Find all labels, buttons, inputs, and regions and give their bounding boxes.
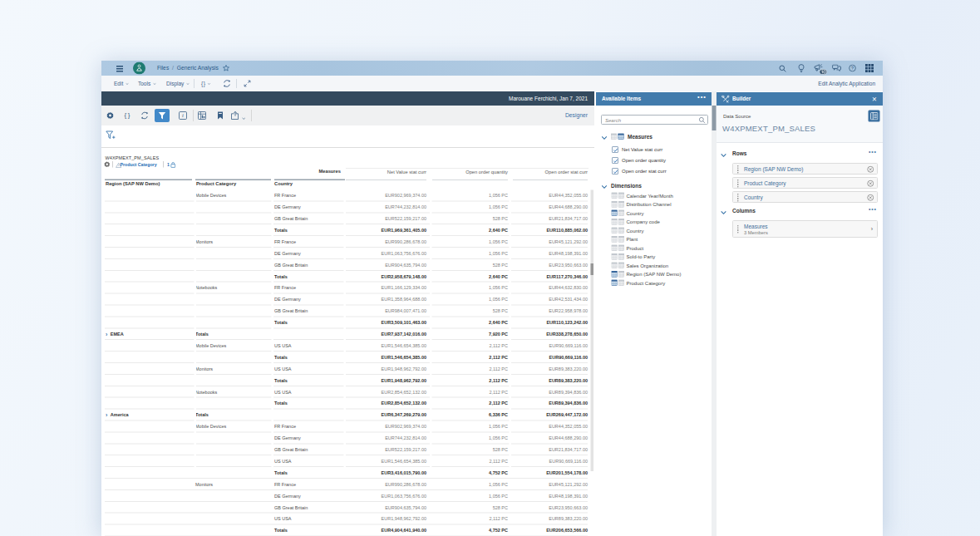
svg-text:{ }: { } — [125, 111, 131, 119]
svg-text:?: ? — [851, 66, 854, 71]
svg-text:i: i — [182, 112, 184, 118]
